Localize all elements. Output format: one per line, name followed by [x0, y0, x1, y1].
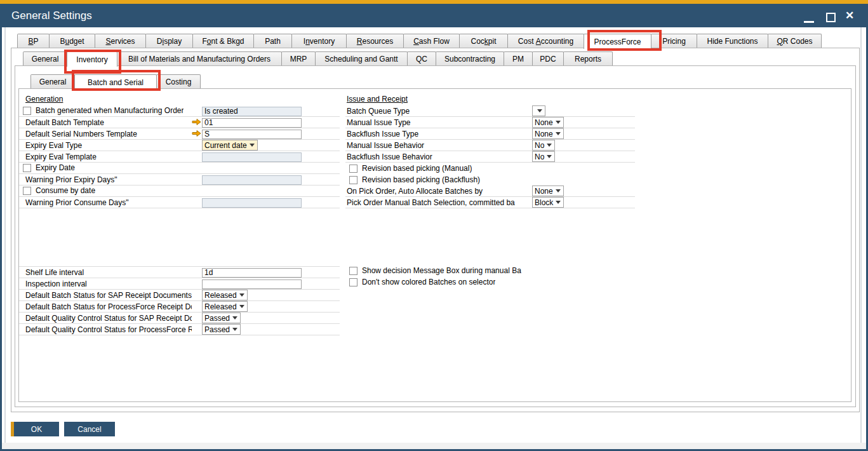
form-row-batch-status-sap: Default Batch Status for SAP Receipt Doc…: [19, 290, 340, 301]
form-row-backflush-issue-type: Backflush Issue Type None: [345, 128, 635, 140]
tab-pf-reports[interactable]: Reports: [563, 51, 613, 65]
tab-pf-bom-mfg-orders[interactable]: Bill of Materials and Manufacturing Orde…: [117, 51, 282, 65]
warning-prior-expiry-input[interactable]: [202, 175, 302, 185]
tab-path[interactable]: Path: [253, 34, 292, 48]
tab-pf-mrp[interactable]: MRP: [281, 51, 316, 65]
tab-resources[interactable]: Resources: [346, 34, 404, 48]
tab-pf-inventory[interactable]: Inventory: [67, 51, 117, 67]
form-row-dont-show-colored: Don't show colored Batches on selector: [345, 276, 635, 288]
expiry-eval-type-combo[interactable]: Current date: [202, 140, 258, 151]
form-row-inspection-interval: Inspection interval: [19, 278, 340, 290]
tab-bp[interactable]: BP: [17, 34, 50, 48]
expiry-date-checkbox[interactable]: [23, 164, 31, 172]
tab-budget[interactable]: Budget: [49, 34, 95, 48]
revision-picking-backflush-checkbox[interactable]: [349, 176, 357, 184]
tab-pf-subcontracting[interactable]: Subcontracting: [436, 51, 504, 65]
qc-status-pf-label: Default Quality Control Status for Proce…: [25, 325, 192, 335]
batch-queue-type-combo[interactable]: [532, 105, 545, 116]
form-row-show-decision-box: Show decision Message Box during manual …: [345, 265, 635, 276]
default-serial-template-input[interactable]: [202, 130, 302, 139]
form-row-consume-by-date: Consume by date: [19, 185, 340, 197]
form-row-default-serial-template: Default Serial Numbers Template: [19, 128, 340, 140]
top-accent-bar: [0, 0, 868, 4]
ok-button[interactable]: OK: [11, 422, 59, 436]
revision-picking-backflush-label: Revision based picking (Backflush): [362, 175, 480, 185]
tab-services[interactable]: Services: [95, 34, 146, 48]
warning-prior-consume-input[interactable]: [202, 198, 302, 208]
window-title: General Settings: [11, 4, 92, 27]
form-row-shelf-life: Shelf Life interval: [19, 267, 340, 278]
form-row-backflush-issue-behavior: Backflush Issue Behavior No: [345, 151, 635, 163]
show-decision-box-label: Show decision Message Box during manual …: [362, 266, 521, 276]
backflush-issue-type-combo[interactable]: None: [532, 128, 564, 139]
inspection-interval-input[interactable]: [202, 279, 302, 289]
chevron-down-icon: [537, 109, 542, 112]
tab-pf-scheduling-gantt[interactable]: Scheduling and Gantt: [315, 51, 408, 65]
tab-cost-accounting[interactable]: Cost Accounting: [507, 34, 584, 48]
tab-inv-general[interactable]: General: [30, 74, 75, 88]
form-row-revision-picking-backflush: Revision based picking (Backflush): [345, 174, 635, 185]
tab-pricing[interactable]: Pricing: [651, 34, 697, 48]
batch-status-pf-label: Default Batch Status for ProcessForce Re…: [25, 302, 192, 313]
chevron-down-icon: [250, 144, 255, 147]
link-arrow-icon[interactable]: [192, 130, 201, 137]
form-row-warning-prior-consume: Warning Prior Consume Days": [19, 197, 340, 208]
form-row-manual-issue-behavior: Manual Issue Behavior No: [345, 140, 635, 151]
tab-cash-flow[interactable]: Cash Flow: [403, 34, 460, 48]
tab-pf-pdc[interactable]: PDC: [532, 51, 564, 65]
maximize-icon[interactable]: [826, 13, 836, 22]
chevron-down-icon: [232, 328, 237, 331]
chevron-down-icon: [239, 305, 244, 308]
backflush-issue-behavior-combo[interactable]: No: [532, 151, 555, 162]
tab-inv-batch-and-serial[interactable]: Batch and Serial: [74, 74, 157, 90]
batch-generated-when-field[interactable]: [202, 107, 302, 116]
tab-inventory-main[interactable]: Inventory: [291, 34, 347, 48]
shelf-life-input[interactable]: [202, 268, 302, 278]
link-arrow-icon[interactable]: [192, 118, 201, 126]
tab-pf-pm[interactable]: PM: [504, 51, 533, 65]
tab-font-bkgd[interactable]: Font & Bkgd: [192, 34, 254, 48]
tab-qr-codes[interactable]: QR Codes: [768, 34, 822, 48]
consume-by-date-label: Consume by date: [36, 185, 95, 196]
expiry-eval-template-label: Expiry Eval Template: [25, 152, 192, 163]
batch-status-sap-combo[interactable]: Released: [202, 290, 248, 300]
auto-allocate-combo[interactable]: None: [532, 185, 564, 196]
pick-order-manual-selection-combo[interactable]: Block: [532, 197, 564, 208]
form-row-batch-status-pf: Default Batch Status for ProcessForce Re…: [19, 301, 340, 313]
auto-allocate-label: On Pick Order, Auto Allocate Batches by: [347, 186, 530, 197]
batch-generated-checkbox[interactable]: [23, 107, 31, 115]
inventory-tab-bar: General Batch and Serial Costing: [30, 74, 201, 90]
tab-pf-qc[interactable]: QC: [407, 51, 436, 65]
backflush-issue-type-label: Backflush Issue Type: [347, 129, 530, 140]
manual-issue-type-combo[interactable]: None: [532, 117, 564, 128]
generation-group: Generation Batch generated when Manufact…: [19, 94, 340, 208]
expiry-eval-template-input[interactable]: [202, 152, 302, 162]
tab-pf-general[interactable]: General: [23, 51, 67, 65]
tab-display[interactable]: Display: [145, 34, 193, 48]
qc-status-pf-combo[interactable]: Passed: [202, 324, 241, 335]
dont-show-colored-label: Don't show colored Batches on selector: [362, 277, 495, 288]
batch-status-pf-combo[interactable]: Released: [202, 301, 248, 312]
default-batch-template-input[interactable]: [202, 118, 302, 128]
dont-show-colored-checkbox[interactable]: [349, 278, 357, 286]
consume-by-date-checkbox[interactable]: [23, 187, 31, 195]
close-icon[interactable]: ✕: [845, 7, 854, 24]
chevron-down-icon: [239, 293, 244, 297]
form-row-default-batch-template: Default Batch Template: [19, 117, 340, 128]
batch-generated-label: Batch generated when Manufacturing Order: [36, 105, 184, 116]
cancel-button[interactable]: Cancel: [64, 422, 115, 436]
manual-issue-behavior-combo[interactable]: No: [532, 140, 555, 151]
tab-cockpit[interactable]: Cockpit: [459, 34, 508, 48]
show-decision-box-checkbox[interactable]: [349, 267, 357, 275]
revision-picking-manual-label: Revision based picking (Manual): [362, 163, 472, 174]
qc-status-sap-combo[interactable]: Passed: [202, 313, 241, 323]
tab-inv-costing[interactable]: Costing: [156, 74, 201, 88]
tab-hide-functions[interactable]: Hide Functions: [697, 34, 768, 48]
selector-options-group: Show decision Message Box during manual …: [345, 265, 635, 288]
revision-picking-manual-checkbox[interactable]: [349, 165, 357, 173]
chevron-down-icon: [556, 132, 561, 135]
form-row-auto-allocate: On Pick Order, Auto Allocate Batches by …: [345, 185, 635, 197]
tab-processforce[interactable]: ProcessForce: [584, 34, 651, 49]
default-batch-template-label: Default Batch Template: [25, 118, 192, 128]
minimize-icon[interactable]: [804, 21, 814, 23]
